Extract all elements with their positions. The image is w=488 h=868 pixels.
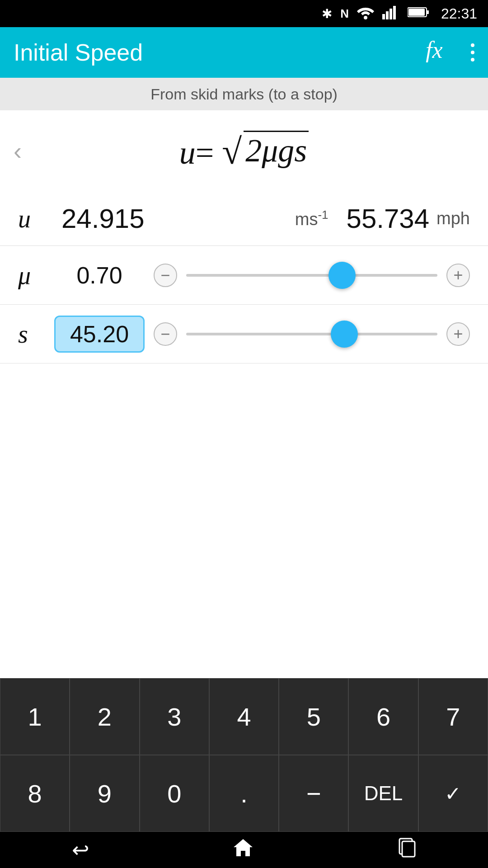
result-row: u 24.915 ms-1 55.734 mph [0,192,488,246]
slider-plus-mu[interactable]: + [446,264,470,287]
param-value-s[interactable]: 45.20 [54,316,145,353]
svg-point-0 [364,16,367,19]
subtitle-text: From skid marks (to a stop) [150,85,338,103]
svg-rect-3 [389,9,392,19]
menu-button[interactable] [471,43,474,61]
slider-thumb-mu[interactable] [328,262,356,289]
slider-plus-s[interactable]: + [446,322,470,346]
key-6[interactable]: 6 [348,678,418,755]
nav-bar: ↩ [0,832,488,868]
result-value-mph: 55.734 [347,203,430,234]
key-4[interactable]: 4 [209,678,279,755]
keyboard-row-2: 8 9 0 . − DEL ✓ [0,755,488,832]
status-bar: ✱ N 22:31 [0,0,488,27]
slider-minus-s[interactable]: − [154,322,177,346]
key-9[interactable]: 9 [70,755,139,832]
slider-s[interactable]: − + [154,322,470,346]
slider-thumb-s[interactable] [331,321,358,348]
app-bar: Initial Speed fx [0,27,488,78]
key-del[interactable]: DEL [348,755,418,832]
svg-rect-1 [382,14,385,19]
result-unit-mph: mph [436,209,470,228]
battery-icon [408,6,429,21]
slider-mu[interactable]: − + [154,264,470,287]
slider-track-mu[interactable] [186,274,437,277]
bluetooth-icon: ✱ [322,6,332,21]
back-arrow[interactable]: ‹ [14,137,22,165]
key-dot[interactable]: . [209,755,279,832]
formula-display: u= √ 2μgs [179,131,309,172]
key-7[interactable]: 7 [418,678,488,755]
svg-text:fx: fx [426,38,443,62]
fx-button[interactable]: fx [426,38,453,68]
result-variable: u [18,204,54,233]
svg-rect-7 [408,9,425,16]
svg-rect-2 [386,11,389,19]
nav-home[interactable] [233,837,253,863]
key-3[interactable]: 3 [140,678,209,755]
slider-minus-mu[interactable]: − [154,264,177,287]
nav-recents[interactable] [397,838,417,862]
key-confirm[interactable]: ✓ [418,755,488,832]
key-5[interactable]: 5 [279,678,348,755]
result-value-ms: 24.915 [61,203,295,234]
empty-space [0,363,488,418]
svg-rect-4 [393,6,396,19]
param-value-mu[interactable]: 0.70 [54,262,145,289]
param-var-mu: μ [18,261,54,290]
result-unit-ms: ms-1 [295,208,328,229]
key-2[interactable]: 2 [70,678,139,755]
keyboard-row-1: 1 2 3 4 5 6 7 [0,678,488,755]
nfc-icon: N [340,7,349,21]
nav-back[interactable]: ↩ [72,838,89,862]
app-title: Initial Speed [14,39,426,66]
wifi-icon [357,5,374,23]
param-var-s: s [18,320,54,349]
keyboard: 1 2 3 4 5 6 7 8 9 0 . − DEL ✓ [0,678,488,832]
subtitle-bar: From skid marks (to a stop) [0,78,488,110]
key-0[interactable]: 0 [140,755,209,832]
slider-track-s[interactable] [186,333,437,335]
signal-icon [382,5,399,23]
key-1[interactable]: 1 [0,678,70,755]
param-row-mu: μ 0.70 − + [0,246,488,305]
svg-rect-11 [402,841,415,857]
formula-area: ‹ u= √ 2μgs [0,110,488,192]
param-row-s: s 45.20 − + [0,305,488,363]
key-minus[interactable]: − [279,755,348,832]
svg-rect-6 [427,10,429,14]
key-8[interactable]: 8 [0,755,70,832]
svg-marker-9 [234,839,253,856]
status-time: 22:31 [441,5,477,22]
